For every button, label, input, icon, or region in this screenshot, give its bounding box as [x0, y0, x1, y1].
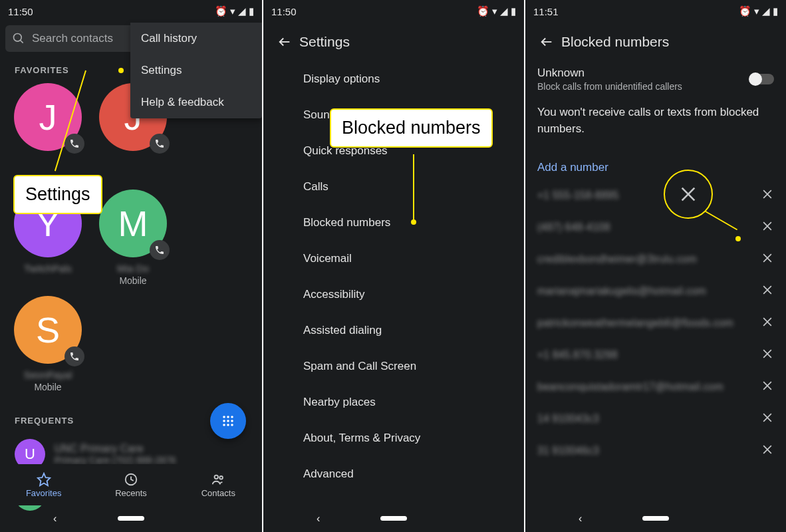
- back-chevron-icon[interactable]: ‹: [53, 513, 57, 525]
- avatar-letter: S: [36, 309, 60, 350]
- signal-icon: ◢: [762, 5, 770, 17]
- favorite-contact[interactable]: S SeonPayal Mobile: [5, 296, 90, 402]
- settings-item-nearby[interactable]: Nearby places: [263, 384, 524, 420]
- close-icon: [761, 379, 774, 392]
- svg-point-9: [227, 424, 229, 426]
- remove-button[interactable]: [761, 251, 774, 267]
- menu-call-history[interactable]: Call history: [130, 23, 262, 55]
- status-time: 11:51: [533, 6, 559, 17]
- system-nav: ‹: [0, 505, 262, 532]
- alarm-icon: ⏰: [215, 5, 227, 17]
- signal-icon: ◢: [500, 5, 508, 17]
- close-icon: [761, 443, 774, 456]
- contact-sub: Mobile: [119, 275, 146, 286]
- svg-point-7: [231, 420, 233, 422]
- menu-settings[interactable]: Settings: [130, 55, 262, 86]
- screen-blocked-numbers: 11:51 ⏰ ▾ ◢ ▮ Blocked numbers Unknown Bl…: [524, 0, 786, 532]
- add-number-button[interactable]: Add a number: [525, 148, 786, 180]
- favorite-contact[interactable]: M Mia Do Mobile: [90, 190, 176, 296]
- remove-button[interactable]: [761, 443, 774, 459]
- settings-item-display[interactable]: Display options: [263, 61, 524, 97]
- settings-item-accessibility[interactable]: Accessibility: [263, 277, 524, 313]
- settings-item-advanced[interactable]: Advanced: [263, 456, 524, 492]
- remove-button[interactable]: [761, 347, 774, 363]
- svg-point-2: [223, 416, 225, 418]
- remove-button[interactable]: [761, 411, 774, 427]
- back-button[interactable]: [532, 35, 561, 49]
- annotation-dot: [118, 68, 124, 73]
- svg-marker-11: [37, 473, 49, 485]
- avatar-letter: U: [25, 446, 35, 463]
- close-icon: [761, 347, 774, 360]
- tab-label: Contacts: [201, 488, 235, 498]
- screen-settings: 11:50 ⏰ ▾ ◢ ▮ Settings Display options S…: [262, 0, 524, 532]
- menu-help-feedback[interactable]: Help & feedback: [130, 86, 262, 118]
- close-icon: [761, 251, 774, 265]
- avatar-letter: M: [118, 203, 148, 244]
- blocked-value: +1 845.870.3298: [537, 349, 761, 361]
- svg-point-10: [231, 424, 233, 426]
- settings-item-voicemail[interactable]: Voicemail: [263, 241, 524, 277]
- remove-button[interactable]: [761, 315, 774, 331]
- back-chevron-icon[interactable]: ‹: [579, 513, 582, 525]
- unknown-switch[interactable]: [750, 74, 774, 84]
- phone-icon: [150, 240, 170, 260]
- blocked-value: marianajmariakugelis@hotmail.com: [537, 285, 761, 297]
- svg-point-6: [227, 420, 229, 422]
- status-bar: 11:51 ⏰ ▾ ◢ ▮: [525, 0, 786, 23]
- tab-favorites[interactable]: Favorites: [0, 464, 87, 505]
- unknown-title: Unknown: [537, 66, 750, 80]
- tab-label: Favorites: [26, 488, 61, 498]
- blocked-row: +1 555-158-8895: [525, 180, 786, 211]
- settings-item-calls[interactable]: Calls: [263, 169, 524, 205]
- tab-recents[interactable]: Recents: [87, 464, 174, 505]
- clock-icon: [124, 472, 138, 487]
- favorites-grid: J J Y TwitchPals M Mia Do Mobile S SeonP…: [0, 83, 262, 402]
- back-arrow-icon: [539, 35, 554, 49]
- settings-item-spam[interactable]: Spam and Call Screen: [263, 348, 524, 384]
- dialpad-icon: [220, 413, 236, 429]
- settings-item-about[interactable]: About, Terms & Privacy: [263, 420, 524, 456]
- wifi-icon: ▾: [754, 5, 759, 17]
- phone-icon: [65, 346, 84, 366]
- screen-contacts: 11:50 ⏰ ▾ ◢ ▮ Search contacts Call histo…: [0, 0, 262, 532]
- alarm-icon: ⏰: [739, 5, 751, 17]
- annotation-dot: [411, 219, 416, 225]
- dialpad-fab[interactable]: [210, 403, 246, 439]
- back-arrow-icon: [277, 35, 292, 49]
- tab-contacts[interactable]: Contacts: [175, 464, 262, 505]
- svg-point-0: [14, 34, 22, 42]
- home-pill[interactable]: [380, 516, 407, 521]
- status-time: 11:50: [8, 6, 33, 17]
- blocked-row: (487) 648-4108: [525, 211, 786, 243]
- settings-item-blocked-numbers[interactable]: Blocked numbers: [263, 205, 524, 241]
- back-chevron-icon[interactable]: ‹: [317, 513, 320, 525]
- home-pill[interactable]: [642, 516, 669, 521]
- alarm-icon: ⏰: [477, 5, 489, 17]
- contact-name: Mia Do: [117, 263, 149, 274]
- close-icon: [761, 315, 774, 329]
- blocked-row: 31 910046c3: [525, 435, 786, 467]
- settings-title: Settings: [299, 34, 350, 50]
- unknown-toggle-row: Unknown Block calls from unidentified ca…: [525, 61, 786, 101]
- back-button[interactable]: [270, 35, 299, 49]
- remove-button[interactable]: [761, 283, 774, 299]
- blocked-row: crediblexbondheimer@3trulu.com: [525, 243, 786, 275]
- search-placeholder: Search contacts: [32, 32, 113, 45]
- close-icon: [678, 184, 699, 205]
- system-nav: ‹: [525, 505, 786, 532]
- annotation-magnifier: [664, 170, 713, 219]
- blocked-header: Blocked numbers: [525, 23, 786, 61]
- home-pill[interactable]: [118, 516, 144, 521]
- blocked-value: crediblexbondheimer@3trulu.com: [537, 253, 761, 265]
- contact-name: TwitchPals: [24, 263, 72, 274]
- remove-button[interactable]: [761, 188, 774, 203]
- annotation-callout: Settings: [13, 175, 102, 214]
- contact-sub: Mobile: [34, 382, 61, 392]
- remove-button[interactable]: [761, 219, 774, 235]
- blocked-title: Blocked numbers: [561, 34, 669, 50]
- svg-point-13: [215, 475, 219, 479]
- settings-item-assisted-dialing[interactable]: Assisted dialing: [263, 313, 524, 348]
- remove-button[interactable]: [761, 379, 774, 395]
- battery-icon: ▮: [249, 5, 254, 17]
